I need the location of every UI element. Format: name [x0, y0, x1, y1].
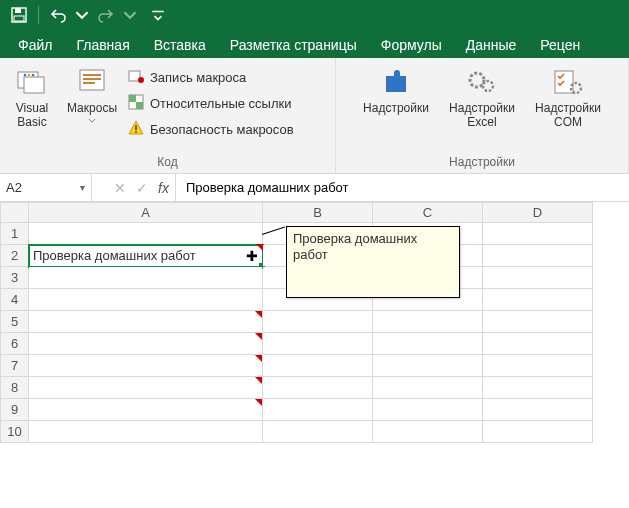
cell[interactable]: [483, 355, 593, 377]
cell[interactable]: [373, 377, 483, 399]
record-macro-icon: [128, 68, 144, 87]
com-addins-button[interactable]: Надстройки COM: [528, 62, 608, 153]
cell[interactable]: [263, 355, 373, 377]
cell[interactable]: [483, 245, 593, 267]
comment-indicator-icon: [255, 311, 262, 318]
ribbon-group-addins: Надстройки Надстройки Excel Надстройки C…: [336, 58, 629, 173]
row-header[interactable]: 8: [1, 377, 29, 399]
tab-review[interactable]: Рецен: [528, 32, 592, 58]
svg-point-13: [138, 77, 144, 83]
name-box[interactable]: A2 ▾: [0, 174, 92, 201]
cell[interactable]: [29, 399, 263, 421]
relative-refs-button[interactable]: Относительные ссылки: [128, 92, 294, 114]
svg-rect-2: [14, 16, 24, 21]
tab-home[interactable]: Главная: [64, 32, 141, 58]
row-header[interactable]: 2: [1, 245, 29, 267]
addins-label: Надстройки: [363, 102, 429, 116]
svg-rect-4: [24, 77, 44, 93]
cell[interactable]: [29, 421, 263, 443]
cancel-icon[interactable]: ✕: [114, 180, 126, 196]
record-macro-button[interactable]: Запись макроса: [128, 66, 294, 88]
svg-point-6: [28, 74, 31, 77]
com-addins-label: Надстройки COM: [528, 102, 608, 130]
cell[interactable]: [483, 311, 593, 333]
warning-triangle-icon: [128, 120, 144, 139]
cell[interactable]: [483, 399, 593, 421]
cell[interactable]: [29, 289, 263, 311]
column-header[interactable]: A: [29, 203, 263, 223]
macro-security-label: Безопасность макросов: [150, 122, 294, 137]
visual-basic-button[interactable]: Visual Basic: [8, 62, 56, 153]
cell[interactable]: [483, 223, 593, 245]
redo-icon[interactable]: [93, 3, 119, 27]
cell[interactable]: [263, 311, 373, 333]
cell[interactable]: [263, 399, 373, 421]
row-header[interactable]: 6: [1, 333, 29, 355]
tab-formulas[interactable]: Формулы: [369, 32, 454, 58]
row-header[interactable]: 5: [1, 311, 29, 333]
fx-icon[interactable]: fx: [158, 180, 169, 196]
cell[interactable]: [373, 333, 483, 355]
comment-text: Проверка домашних работ: [293, 231, 417, 262]
confirm-icon[interactable]: ✓: [136, 180, 148, 196]
cell[interactable]: [483, 333, 593, 355]
select-all-corner[interactable]: [1, 203, 29, 223]
addins-button[interactable]: Надстройки: [356, 62, 436, 153]
cell[interactable]: [263, 421, 373, 443]
cell[interactable]: [373, 355, 483, 377]
macros-icon: [76, 66, 108, 98]
cell[interactable]: [373, 311, 483, 333]
row-header[interactable]: 4: [1, 289, 29, 311]
gears-icon: [466, 66, 498, 98]
cell[interactable]: [29, 333, 263, 355]
macro-security-button[interactable]: Безопасность макросов: [128, 118, 294, 140]
cell[interactable]: [373, 399, 483, 421]
cell[interactable]: [29, 377, 263, 399]
formula-input[interactable]: [176, 174, 629, 201]
column-header[interactable]: D: [483, 203, 593, 223]
macros-button[interactable]: Макросы: [62, 62, 122, 153]
puzzle-icon: [380, 66, 412, 98]
cell[interactable]: [29, 311, 263, 333]
worksheet-grid[interactable]: A B C D 1 2 Проверка домашних работ ✚ 3 …: [0, 202, 629, 443]
svg-rect-17: [135, 125, 137, 130]
tab-page-layout[interactable]: Разметка страницы: [218, 32, 369, 58]
row-header[interactable]: 9: [1, 399, 29, 421]
cell[interactable]: [29, 355, 263, 377]
cell[interactable]: [483, 267, 593, 289]
svg-point-20: [483, 81, 493, 91]
row-header[interactable]: 3: [1, 267, 29, 289]
tab-insert[interactable]: Вставка: [142, 32, 218, 58]
chevron-down-icon[interactable]: ▾: [80, 182, 85, 193]
save-icon[interactable]: [6, 3, 32, 27]
excel-addins-button[interactable]: Надстройки Excel: [442, 62, 522, 153]
cell[interactable]: [373, 421, 483, 443]
cell[interactable]: [483, 289, 593, 311]
tab-data[interactable]: Данные: [454, 32, 529, 58]
cell-active[interactable]: Проверка домашних работ ✚: [29, 245, 263, 267]
cell[interactable]: [483, 377, 593, 399]
row-header[interactable]: 7: [1, 355, 29, 377]
undo-dropdown-icon[interactable]: [75, 3, 89, 27]
row-header[interactable]: 1: [1, 223, 29, 245]
comment-indicator-icon: [255, 377, 262, 384]
comment-tooltip[interactable]: Проверка домашних работ: [286, 226, 460, 298]
tab-file[interactable]: Файл: [6, 32, 64, 58]
group-label-addins: Надстройки: [344, 153, 620, 171]
cell[interactable]: [483, 421, 593, 443]
cell[interactable]: [29, 267, 263, 289]
relative-refs-label: Относительные ссылки: [150, 96, 291, 111]
column-header[interactable]: B: [263, 203, 373, 223]
cell[interactable]: [29, 223, 263, 245]
name-box-value: A2: [6, 180, 22, 195]
cell[interactable]: [263, 377, 373, 399]
cell[interactable]: [263, 333, 373, 355]
undo-icon[interactable]: [45, 3, 71, 27]
visual-basic-label: Visual Basic: [8, 102, 56, 130]
qat-customize-icon[interactable]: [149, 3, 167, 27]
ribbon-tabs: Файл Главная Вставка Разметка страницы Ф…: [0, 30, 629, 58]
row-header[interactable]: 10: [1, 421, 29, 443]
redo-dropdown-icon: [123, 3, 137, 27]
column-header[interactable]: C: [373, 203, 483, 223]
excel-addins-label: Надстройки Excel: [442, 102, 522, 130]
